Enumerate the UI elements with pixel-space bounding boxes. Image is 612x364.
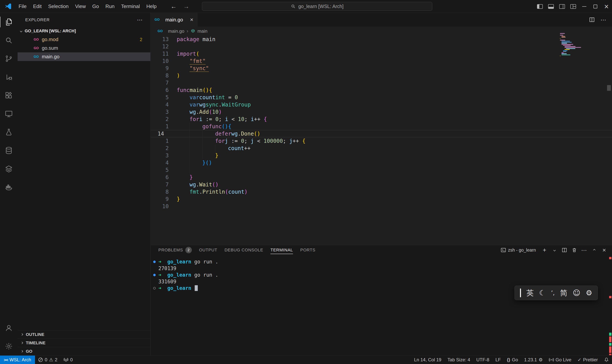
panel-tab-terminal[interactable]: TERMINAL (270, 245, 293, 255)
go-version[interactable]: 1.23.1⚙ (521, 356, 546, 364)
sidebar-item-search[interactable] (0, 31, 18, 50)
ime-simplified-chinese[interactable]: 简 (560, 289, 567, 297)
sidebar-item-remote-explorer[interactable] (0, 104, 18, 123)
terminal-line[interactable]: ➜ go_learn go run . (151, 272, 612, 278)
toggle-panel-button[interactable] (545, 0, 557, 13)
terminal-line[interactable]: 270139 (151, 265, 612, 272)
section-timeline[interactable]: TIMELINE (18, 338, 150, 347)
close-icon[interactable]: × (190, 16, 193, 23)
code-line[interactable]: 10"fmt" (151, 57, 612, 65)
split-editor-icon[interactable] (589, 17, 595, 23)
menu-selection[interactable]: Selection (45, 0, 72, 13)
customize-layout-button[interactable] (568, 0, 579, 13)
code-line[interactable]: 8) (151, 72, 612, 79)
code-line[interactable]: 3} (151, 152, 612, 159)
section-go[interactable]: GO (18, 347, 150, 355)
sidebar-item-layers[interactable] (0, 160, 18, 178)
scrollbar-thumb[interactable] (607, 85, 611, 91)
minimize-button[interactable] (579, 0, 590, 13)
indentation[interactable]: Tab Size: 4 (444, 356, 473, 364)
terminal-dropdown-button[interactable] (550, 246, 559, 254)
ime-settings-icon[interactable]: ⚙ (586, 289, 592, 297)
code-line[interactable]: 11import ( (151, 50, 612, 57)
new-terminal-button[interactable]: + (540, 246, 549, 254)
code-line[interactable]: 7wg.Wait() (151, 181, 612, 188)
close-panel-button[interactable]: × (600, 246, 609, 254)
code-line[interactable]: 14defer wg.Done() (151, 130, 612, 137)
maximize-panel-button[interactable] (590, 246, 599, 254)
sidebar-item-database[interactable] (0, 141, 18, 160)
sidebar-item-source-control[interactable] (0, 50, 18, 68)
ime-english-mode[interactable]: 英 (527, 289, 534, 297)
section-outline[interactable]: OUTLINE (18, 330, 150, 338)
sidebar-item-run-and-debug[interactable] (0, 68, 18, 86)
file-row-go-sum[interactable]: GOgo.sum (18, 44, 150, 52)
code-line[interactable]: 4var wg sync.WaitGroup (151, 101, 612, 108)
code-line[interactable]: 8fmt.Println(count) (151, 188, 612, 195)
ime-moon-icon[interactable]: ☾ (539, 289, 546, 297)
file-row-go-mod[interactable]: GOgo.mod2 (18, 35, 150, 44)
toggle-secondary-sidebar-button[interactable] (557, 0, 568, 13)
back-arrow-icon[interactable]: ← (171, 3, 177, 10)
panel-tab-debug-console[interactable]: DEBUG CONSOLE (225, 245, 263, 255)
terminal-line[interactable]: 331609 (151, 278, 612, 285)
breadcrumb-symbol[interactable]: main (198, 28, 208, 34)
code-line[interactable]: 9} (151, 195, 612, 203)
notifications-bell[interactable] (601, 356, 612, 364)
code-line[interactable]: 4}() (151, 159, 612, 166)
breadcrumb-file[interactable]: main.go (168, 28, 184, 34)
menu-terminal[interactable]: Terminal (118, 0, 143, 13)
code-line[interactable]: 2count++ (151, 144, 612, 152)
eol-indicator[interactable]: LF (492, 356, 504, 364)
problems-status[interactable]: 0⚠2 (35, 356, 60, 364)
language-mode[interactable]: {}Go (504, 356, 521, 364)
accounts-button[interactable] (0, 319, 18, 337)
panel-tab-output[interactable]: OUTPUT (199, 245, 217, 255)
ime-punctuation-icon[interactable]: ’, (551, 290, 555, 296)
code-line[interactable]: 3wg.Add(10) (151, 108, 612, 116)
code-line[interactable]: 9"sync" (151, 65, 612, 72)
code-line[interactable]: 5var count int = 0 (151, 94, 612, 101)
cursor-position[interactable]: Ln 14, Col 19 (411, 356, 444, 364)
code-line[interactable]: 6} (151, 174, 612, 181)
sidebar-item-extensions[interactable] (0, 86, 18, 104)
close-window-button[interactable]: × (601, 0, 612, 13)
code-line[interactable]: 12 (151, 43, 612, 50)
code-line[interactable]: 5 (151, 166, 612, 174)
encoding[interactable]: UTF-8 (473, 356, 492, 364)
terminal-instance-label[interactable]: zsh - go_learn (501, 247, 536, 253)
minimap[interactable] (560, 33, 585, 57)
code-line[interactable]: 10 (151, 203, 612, 210)
menu-run[interactable]: Run (102, 0, 118, 13)
split-terminal-button[interactable] (560, 246, 569, 254)
code-line[interactable]: 1go func() { (151, 123, 612, 130)
file-row-main-go[interactable]: GOmain.go (18, 52, 150, 61)
menu-view[interactable]: View (72, 0, 89, 13)
toggle-sidebar-button[interactable] (534, 0, 545, 13)
code-line[interactable]: 1for j := 0; j < 100000; j++ { (151, 137, 612, 144)
settings-button[interactable] (0, 337, 18, 355)
sidebar-item-docker[interactable] (0, 178, 18, 196)
sidebar-item-explorer[interactable] (0, 13, 18, 31)
more-actions-icon[interactable]: ⋯ (600, 16, 607, 23)
panel-tab-ports[interactable]: PORTS (300, 245, 315, 255)
remote-indicator[interactable]: ><WSL: Arch (0, 356, 35, 364)
sidebar-item-testing[interactable] (0, 123, 18, 141)
code-line[interactable]: 13package main (151, 36, 612, 43)
panel-more-actions-button[interactable]: ⋯ (580, 246, 589, 254)
more-actions-icon[interactable]: ⋯ (137, 16, 143, 23)
menu-help[interactable]: Help (143, 0, 160, 13)
code-line[interactable]: 7 (151, 79, 612, 86)
ime-emoji-icon[interactable]: ☺ (573, 289, 580, 297)
code-line[interactable]: 2for i := 0; i < 10; i++ { (151, 116, 612, 123)
menu-file[interactable]: File (15, 0, 30, 13)
command-center[interactable]: go_learn [WSL: Arch] (202, 2, 432, 11)
tab-main-go[interactable]: GO main.go × (151, 13, 197, 26)
code-editor[interactable]: 13package main1211import (10"fmt"9"sync"… (151, 36, 612, 210)
code-line[interactable]: 6func main() { (151, 86, 612, 94)
ports-status[interactable]: 0 (60, 356, 76, 364)
forward-arrow-icon[interactable]: → (183, 3, 189, 10)
menu-edit[interactable]: Edit (30, 0, 45, 13)
panel-tab-problems[interactable]: PROBLEMS2 (158, 245, 192, 255)
terminal-line[interactable]: ➜ go_learn go run . (151, 259, 612, 265)
